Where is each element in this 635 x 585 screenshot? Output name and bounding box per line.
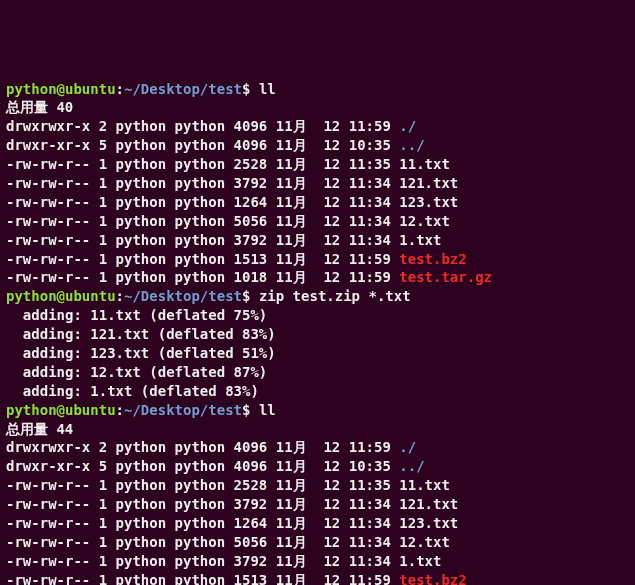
prompt-path: ~/Desktop/test: [124, 288, 242, 304]
ls-meta: -rw-rw-r-- 1 python python 3792 11月 12 1…: [6, 232, 399, 248]
ls-meta: -rw-rw-r-- 1 python python 1513 11月 12 1…: [6, 251, 399, 267]
ls-filename: 121.txt: [399, 496, 458, 512]
ls-row: -rw-rw-r-- 1 python python 3792 11月 12 1…: [6, 495, 629, 514]
ls-filename: test.bz2: [399, 251, 466, 267]
ls-row: -rw-rw-r-- 1 python python 3792 11月 12 1…: [6, 174, 629, 193]
zip-output-line: adding: 11.txt (deflated 75%): [6, 306, 629, 325]
command-line-2: python@ubuntu:~/Desktop/test$ zip test.z…: [6, 287, 629, 306]
prompt-user: python@ubuntu: [6, 288, 116, 304]
command-text: ll: [259, 81, 276, 97]
ls-meta: -rw-rw-r-- 1 python python 3792 11月 12 1…: [6, 496, 399, 512]
ls-row: drwxr-xr-x 5 python python 4096 11月 12 1…: [6, 136, 629, 155]
ls-filename: ../: [399, 137, 424, 153]
ls-row: -rw-rw-r-- 1 python python 1264 11月 12 1…: [6, 514, 629, 533]
ls-meta: -rw-rw-r-- 1 python python 5056 11月 12 1…: [6, 534, 399, 550]
ls-row: -rw-rw-r-- 1 python python 3792 11月 12 1…: [6, 552, 629, 571]
ls-row: -rw-rw-r-- 1 python python 3792 11月 12 1…: [6, 231, 629, 250]
ls-filename: ./: [399, 439, 416, 455]
ls-row: -rw-rw-r-- 1 python python 1264 11月 12 1…: [6, 193, 629, 212]
ls-filename: ../: [399, 458, 424, 474]
prompt-user: python@ubuntu: [6, 81, 116, 97]
ls-filename: 123.txt: [399, 515, 458, 531]
ls-filename: ./: [399, 118, 416, 134]
ls-row: -rw-rw-r-- 1 python python 1513 11月 12 1…: [6, 571, 629, 585]
prompt-sep: :: [116, 288, 124, 304]
zip-output-line: adding: 1.txt (deflated 83%): [6, 382, 629, 401]
total-line: 总用量 40: [6, 98, 629, 117]
ls-filename: 123.txt: [399, 194, 458, 210]
ls-meta: -rw-rw-r-- 1 python python 1513 11月 12 1…: [6, 572, 399, 585]
zip-output-line: adding: 121.txt (deflated 83%): [6, 325, 629, 344]
ls-filename: test.tar.gz: [399, 269, 492, 285]
ls-filename: 121.txt: [399, 175, 458, 191]
ls-filename: test.bz2: [399, 572, 466, 585]
ls-meta: -rw-rw-r-- 1 python python 2528 11月 12 1…: [6, 477, 399, 493]
prompt-dollar: $: [242, 81, 259, 97]
ls-row: -rw-rw-r-- 1 python python 5056 11月 12 1…: [6, 533, 629, 552]
ls-filename: 12.txt: [399, 534, 450, 550]
prompt-path: ~/Desktop/test: [124, 81, 242, 97]
ls-filename: 1.txt: [399, 553, 441, 569]
prompt-dollar: $: [242, 402, 259, 418]
command-text: ll: [259, 402, 276, 418]
ls-row: drwxr-xr-x 5 python python 4096 11月 12 1…: [6, 457, 629, 476]
prompt-user: python@ubuntu: [6, 402, 116, 418]
ls-meta: drwxrwxr-x 2 python python 4096 11月 12 1…: [6, 118, 399, 134]
ls-meta: drwxr-xr-x 5 python python 4096 11月 12 1…: [6, 458, 399, 474]
ls-meta: -rw-rw-r-- 1 python python 2528 11月 12 1…: [6, 156, 399, 172]
ls-filename: 11.txt: [399, 156, 450, 172]
ls-meta: -rw-rw-r-- 1 python python 1264 11月 12 1…: [6, 515, 399, 531]
ls-meta: drwxr-xr-x 5 python python 4096 11月 12 1…: [6, 137, 399, 153]
ls-meta: -rw-rw-r-- 1 python python 3792 11月 12 1…: [6, 553, 399, 569]
command-line-3: python@ubuntu:~/Desktop/test$ ll: [6, 401, 629, 420]
command-text: zip test.zip *.txt: [259, 288, 411, 304]
ls-row: -rw-rw-r-- 1 python python 1018 11月 12 1…: [6, 268, 629, 287]
ls-meta: -rw-rw-r-- 1 python python 3792 11月 12 1…: [6, 175, 399, 191]
ls-meta: drwxrwxr-x 2 python python 4096 11月 12 1…: [6, 439, 399, 455]
ls-meta: -rw-rw-r-- 1 python python 1018 11月 12 1…: [6, 269, 399, 285]
prompt-sep: :: [116, 402, 124, 418]
ls-row: -rw-rw-r-- 1 python python 1513 11月 12 1…: [6, 250, 629, 269]
zip-output-line: adding: 12.txt (deflated 87%): [6, 363, 629, 382]
prompt-dollar: $: [242, 288, 259, 304]
ls-filename: 1.txt: [399, 232, 441, 248]
terminal[interactable]: python@ubuntu:~/Desktop/test$ ll总用量 40dr…: [6, 80, 629, 585]
ls-filename: 12.txt: [399, 213, 450, 229]
total-line: 总用量 44: [6, 420, 629, 439]
ls-row: -rw-rw-r-- 1 python python 2528 11月 12 1…: [6, 155, 629, 174]
ls-row: -rw-rw-r-- 1 python python 5056 11月 12 1…: [6, 212, 629, 231]
ls-meta: -rw-rw-r-- 1 python python 5056 11月 12 1…: [6, 213, 399, 229]
ls-row: drwxrwxr-x 2 python python 4096 11月 12 1…: [6, 117, 629, 136]
ls-row: drwxrwxr-x 2 python python 4096 11月 12 1…: [6, 438, 629, 457]
zip-output-line: adding: 123.txt (deflated 51%): [6, 344, 629, 363]
prompt-sep: :: [116, 81, 124, 97]
command-line-1: python@ubuntu:~/Desktop/test$ ll: [6, 80, 629, 99]
ls-filename: 11.txt: [399, 477, 450, 493]
prompt-path: ~/Desktop/test: [124, 402, 242, 418]
ls-row: -rw-rw-r-- 1 python python 2528 11月 12 1…: [6, 476, 629, 495]
ls-meta: -rw-rw-r-- 1 python python 1264 11月 12 1…: [6, 194, 399, 210]
